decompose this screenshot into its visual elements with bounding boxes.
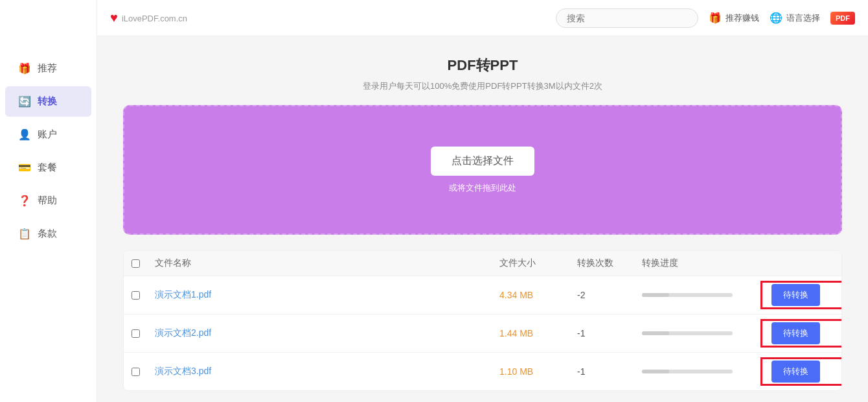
help-icon: ❓ — [18, 195, 31, 207]
row2-progress-bar — [642, 331, 733, 335]
table-row: 演示文档2.pdf 1.44 MB -1 待转换 — [124, 314, 841, 353]
row2-size: 1.44 MB — [492, 322, 569, 344]
main-area: ♥ iLovePDF.com.cn 🎁 推荐赚钱 🌐 语言选择 PDF PDF转… — [97, 0, 868, 402]
row1-progress-fill — [642, 293, 669, 297]
sidebar-item-label: 转换 — [38, 95, 57, 108]
sidebar-item-label: 套餐 — [38, 161, 57, 174]
upload-area[interactable]: 点击选择文件 或将文件拖到此处 — [123, 105, 842, 235]
sidebar-item-terms[interactable]: 📋 条款 — [5, 219, 91, 249]
table-row: 演示文档1.pdf 4.34 MB -2 待转换 — [124, 276, 841, 314]
lang-label: 语言选择 — [786, 12, 820, 24]
sidebar-item-label: 推荐 — [38, 62, 57, 75]
page-subtitle: 登录用户每天可以100%免费使用PDF转PPT转换3M以内文件2次 — [123, 80, 842, 92]
gift-header-icon: 🎁 — [709, 12, 722, 24]
row3-progress-bar — [642, 370, 733, 373]
sidebar-item-label: 条款 — [38, 228, 57, 240]
header: ♥ iLovePDF.com.cn 🎁 推荐赚钱 🌐 语言选择 PDF — [97, 0, 868, 36]
row1-filename[interactable]: 演示文档1.pdf — [147, 284, 492, 306]
row1-progress-bar — [642, 293, 733, 297]
row1-action-cell: 待转换 — [764, 284, 841, 306]
file-table: 文件名称 文件大小 转换次数 转换进度 演示文档1.pdf 4.34 MB -2 — [123, 250, 842, 391]
sidebar-item-recommend[interactable]: 🎁 推荐 — [5, 53, 91, 84]
row2-checkbox-cell — [124, 322, 147, 344]
globe-icon: 🌐 — [770, 12, 782, 24]
row2-checkbox[interactable] — [131, 329, 140, 338]
logo: ♥ iLovePDF.com.cn — [110, 10, 187, 25]
row1-size: 4.34 MB — [492, 284, 569, 306]
select-file-button[interactable]: 点击选择文件 — [431, 147, 534, 176]
col-count: 转换次数 — [569, 257, 634, 269]
sidebar-item-convert[interactable]: 🔄 转换 — [5, 86, 91, 117]
earn-label: 推荐赚钱 — [725, 12, 759, 24]
row3-filename[interactable]: 演示文档3.pdf — [147, 361, 492, 383]
row3-count: -1 — [569, 361, 634, 383]
row1-count: -2 — [569, 284, 634, 306]
terms-icon: 📋 — [18, 228, 31, 240]
page-title: PDF转PPT — [123, 56, 842, 75]
logo-brand: iLovePDF.com.cn — [122, 12, 187, 24]
sidebar-item-label: 账户 — [38, 128, 57, 141]
row3-progress-fill — [642, 370, 669, 373]
row1-checkbox-cell — [124, 284, 147, 306]
row1-checkbox[interactable] — [131, 291, 140, 300]
lang-button[interactable]: 🌐 语言选择 — [770, 12, 820, 24]
row2-progress — [634, 322, 764, 344]
col-size: 文件大小 — [492, 257, 569, 269]
sidebar: 🎁 推荐 🔄 转换 👤 账户 💳 套餐 ❓ 帮助 📋 条款 — [0, 0, 97, 402]
sidebar-item-package[interactable]: 💳 套餐 — [5, 152, 91, 183]
row2-progress-fill — [642, 331, 669, 335]
sidebar-item-label: 帮助 — [38, 195, 57, 207]
select-all-checkbox[interactable] — [131, 259, 140, 268]
row3-progress — [634, 361, 764, 383]
package-icon: 💳 — [18, 161, 31, 174]
row2-convert-button[interactable]: 待转换 — [771, 322, 820, 344]
row1-progress — [634, 284, 764, 306]
search-input[interactable] — [556, 8, 698, 28]
row1-convert-button[interactable]: 待转换 — [771, 284, 820, 306]
pdf-badge[interactable]: PDF — [830, 12, 855, 25]
sidebar-item-account[interactable]: 👤 账户 — [5, 119, 91, 150]
row3-convert-button[interactable]: 待转换 — [771, 361, 820, 383]
row3-checkbox-cell — [124, 361, 147, 383]
content-area: PDF转PPT 登录用户每天可以100%免费使用PDF转PPT转换3M以内文件2… — [97, 36, 868, 402]
row3-checkbox[interactable] — [131, 368, 140, 376]
col-action — [764, 257, 841, 269]
row2-count: -1 — [569, 322, 634, 344]
row2-action-cell: 待转换 — [764, 322, 841, 344]
account-icon: 👤 — [18, 128, 31, 141]
earn-button[interactable]: 🎁 推荐赚钱 — [709, 12, 759, 24]
upload-hint: 或将文件拖到此处 — [449, 182, 516, 194]
gift-icon: 🎁 — [18, 62, 31, 75]
table-row: 演示文档3.pdf 1.10 MB -1 待转换 — [124, 353, 841, 390]
logo-heart-icon: ♥ — [110, 10, 118, 25]
col-progress: 转换进度 — [634, 257, 764, 269]
row2-filename[interactable]: 演示文档2.pdf — [147, 322, 492, 344]
row3-action-cell: 待转换 — [764, 361, 841, 383]
convert-icon: 🔄 — [18, 95, 31, 108]
row3-size: 1.10 MB — [492, 361, 569, 383]
col-filename: 文件名称 — [147, 257, 492, 269]
sidebar-item-help[interactable]: ❓ 帮助 — [5, 185, 91, 216]
table-header: 文件名称 文件大小 转换次数 转换进度 — [124, 251, 841, 276]
header-checkbox-cell — [124, 257, 147, 269]
